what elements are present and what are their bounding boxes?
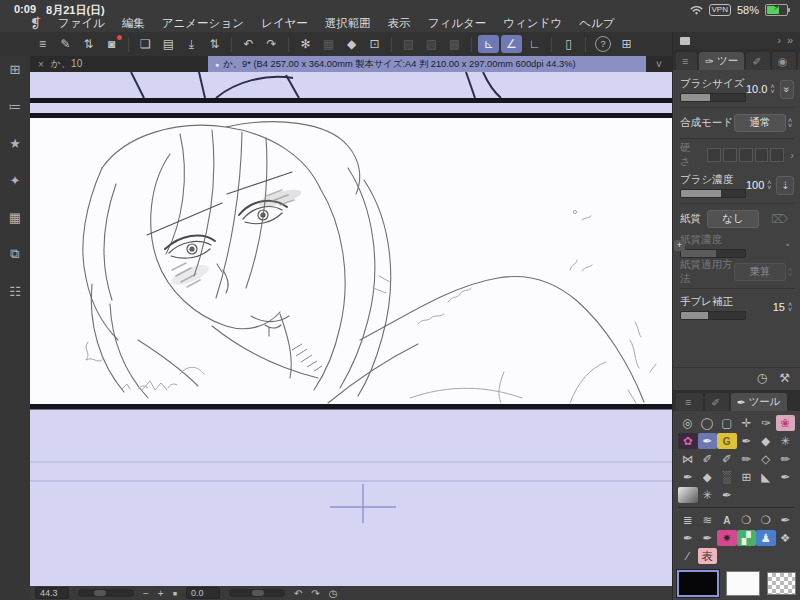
kanji-stamp-tool[interactable]: 表 <box>698 548 718 564</box>
text-tool[interactable]: A <box>717 512 737 528</box>
main-menu-icon[interactable]: ≡ <box>32 35 53 53</box>
tab-option[interactable]: ◉ <box>772 52 796 70</box>
materials-icon[interactable]: ★ <box>6 135 24 151</box>
marker-tool[interactable]: ✏ <box>737 451 757 467</box>
clear-icon[interactable]: ◆ <box>341 35 362 53</box>
clip-studio-app-icon[interactable]: ◙ <box>101 35 122 53</box>
decoration-tool-3[interactable]: ✷ <box>717 530 737 546</box>
workspace-icon[interactable]: ⊞ <box>6 61 24 77</box>
help-icon[interactable]: ? <box>595 36 611 52</box>
lasso-tool[interactable]: ◯ <box>698 415 718 431</box>
toolbar-button[interactable] <box>471 37 472 52</box>
multi-eraser-tool[interactable]: ✳ <box>776 433 796 449</box>
undo-icon[interactable]: ↶ <box>238 35 259 53</box>
straight-line-tool[interactable]: ∕ <box>678 548 698 564</box>
snap-special-ruler-icon[interactable]: ∠ <box>501 35 522 53</box>
blend-mode-dropdown[interactable]: 通常 <box>734 114 786 132</box>
panel-expand-icon[interactable]: » <box>787 35 793 46</box>
menu-file[interactable]: ファイル <box>58 17 105 29</box>
move-tool[interactable]: ✛ <box>737 415 757 431</box>
rotate-ccw-icon[interactable]: ↶ <box>294 588 302 599</box>
stream-line-tool[interactable]: ≣ <box>678 512 698 528</box>
zoom-slider[interactable] <box>78 589 134 597</box>
pen-tool-3[interactable]: ✒ <box>698 530 718 546</box>
texture-method-dropdown[interactable]: 乗算 <box>734 263 786 281</box>
open-file-icon[interactable]: ▤ <box>158 35 179 53</box>
mapping-pen-tool[interactable]: ✒ <box>678 469 698 485</box>
sub-color-swatch[interactable] <box>726 571 759 596</box>
texture-density-slider[interactable] <box>680 249 746 258</box>
decoration-tool-2[interactable]: ✿ <box>678 433 698 449</box>
menu-edit[interactable]: 編集 <box>122 17 145 29</box>
hard-eraser-tool[interactable]: ◆ <box>756 433 776 449</box>
pencil-tool[interactable]: ✏ <box>776 451 796 467</box>
expand-plus-icon[interactable]: + <box>674 240 685 251</box>
zoom-out-icon[interactable]: − <box>143 588 149 599</box>
blend-tool[interactable]: ✒ <box>717 487 737 503</box>
menu-animation[interactable]: アニメーション <box>162 17 244 29</box>
selection-launcher-icon[interactable]: ▩ <box>444 35 465 53</box>
stabilization-slider[interactable] <box>680 311 746 320</box>
hardness-step[interactable] <box>723 148 737 162</box>
brush-size-preset-button[interactable]: » <box>780 80 794 99</box>
selection-expand-icon[interactable]: ▨ <box>421 35 442 53</box>
material-stamp-tool[interactable]: ▞ <box>737 530 757 546</box>
balloon-tool-2[interactable]: ❍ <box>756 512 776 528</box>
main-color-swatch[interactable] <box>677 570 719 597</box>
delete-texture-icon[interactable]: ⌦ <box>765 211 794 227</box>
pen-tool-2[interactable]: ✒ <box>678 530 698 546</box>
fit-screen-icon[interactable]: ■ <box>173 590 177 597</box>
texture-method-stepper[interactable] <box>788 267 792 277</box>
calligraphy-tool[interactable]: ✒ <box>776 469 796 485</box>
toolbar-button[interactable] <box>585 37 586 52</box>
brush-density-value[interactable]: 100 <box>746 179 764 191</box>
fude-pen-tool[interactable]: ✒ <box>737 433 757 449</box>
subtool-detail-icon[interactable]: ▦ <box>6 209 24 225</box>
figure-stamp-tool[interactable]: ♟ <box>756 530 776 546</box>
brush-size-slider[interactable] <box>680 93 746 102</box>
menu-window[interactable]: ウィンドウ <box>503 17 562 29</box>
blend-mode-stepper[interactable] <box>788 118 792 128</box>
subtool-list-icon[interactable]: ≔ <box>6 98 24 114</box>
brush-tool-1[interactable]: ✐ <box>698 451 718 467</box>
property-panel-menu-icon[interactable]: ≡ <box>676 52 697 70</box>
tab-tool[interactable]: ✒ツール <box>731 393 787 411</box>
soft-eraser-tool[interactable]: ◇ <box>756 451 776 467</box>
brush-density-slider[interactable] <box>680 189 746 198</box>
brush-size-stepper[interactable] <box>770 84 774 94</box>
tab-collapse-icon[interactable]: ˅ <box>646 56 672 72</box>
tab-close-icon[interactable]: × <box>38 59 44 70</box>
saturated-line-tool[interactable]: ≋ <box>698 512 718 528</box>
balloon-tool-1[interactable]: ❍ <box>737 512 757 528</box>
transparent-color-swatch[interactable] <box>767 572 796 595</box>
marquee-tool[interactable]: ▢ <box>717 415 737 431</box>
density-dynamics-button[interactable]: ⇣ <box>776 176 794 195</box>
companion-mode-icon[interactable]: ▯ <box>558 35 579 53</box>
stabilization-stepper[interactable] <box>788 302 792 312</box>
brush-tool-2[interactable]: ✐ <box>717 451 737 467</box>
airbrush-tool[interactable]: ░ <box>717 469 737 485</box>
history-icon[interactable]: ◷ <box>757 371 767 385</box>
tab-brush-shape[interactable]: ✐ <box>746 52 770 70</box>
reselect-icon[interactable]: ▦ <box>318 35 339 53</box>
new-canvas-icon[interactable]: ❏ <box>135 35 156 53</box>
toolbar-button[interactable] <box>391 37 392 52</box>
redo-icon[interactable]: ↷ <box>261 35 282 53</box>
menu-help[interactable]: ヘルプ <box>579 17 614 29</box>
zoom-value[interactable]: 44.3 <box>35 587 69 599</box>
menu-selection[interactable]: 選択範囲 <box>325 17 371 29</box>
tool-panel-menu-icon[interactable]: ≡ <box>676 393 703 411</box>
rotation-slider[interactable] <box>229 589 285 597</box>
layers-icon[interactable]: ☷ <box>6 283 24 299</box>
pen-settings-icon[interactable]: ✎ <box>55 35 76 53</box>
hardness-step[interactable] <box>707 148 721 162</box>
toolbar-button[interactable] <box>551 37 552 52</box>
frame-border-tool[interactable]: ⊞ <box>737 469 757 485</box>
operation-tool[interactable]: ◎ <box>678 415 698 431</box>
brush-size-value[interactable]: 10.0 <box>746 83 767 95</box>
texture-gauge-icon[interactable]: ◔ <box>779 238 794 253</box>
tool-switch-icon[interactable]: ⇅ <box>78 35 99 53</box>
decoration-tool-1[interactable]: ❀ <box>776 415 796 431</box>
zoom-in-icon[interactable]: + <box>158 588 164 599</box>
balloon-pen-tool[interactable]: ✒ <box>776 512 796 528</box>
